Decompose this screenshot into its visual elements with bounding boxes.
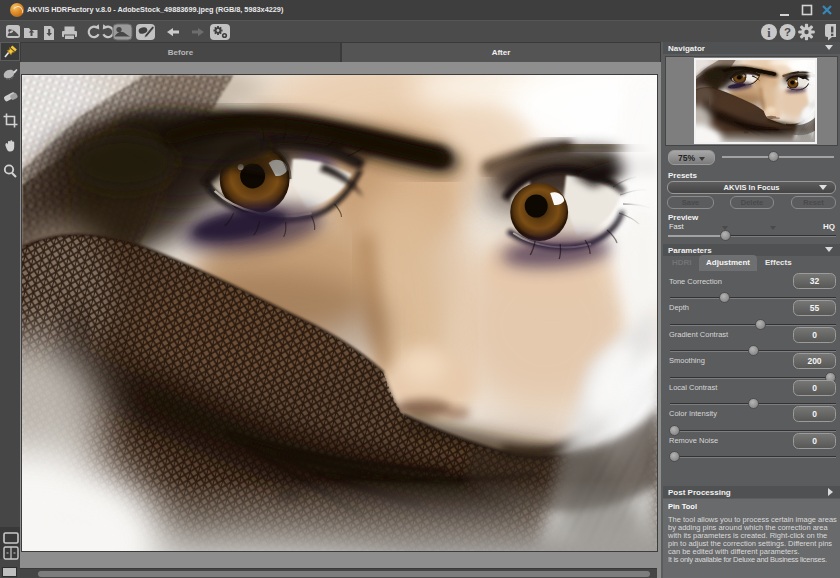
svg-text:?: ?: [784, 26, 791, 38]
